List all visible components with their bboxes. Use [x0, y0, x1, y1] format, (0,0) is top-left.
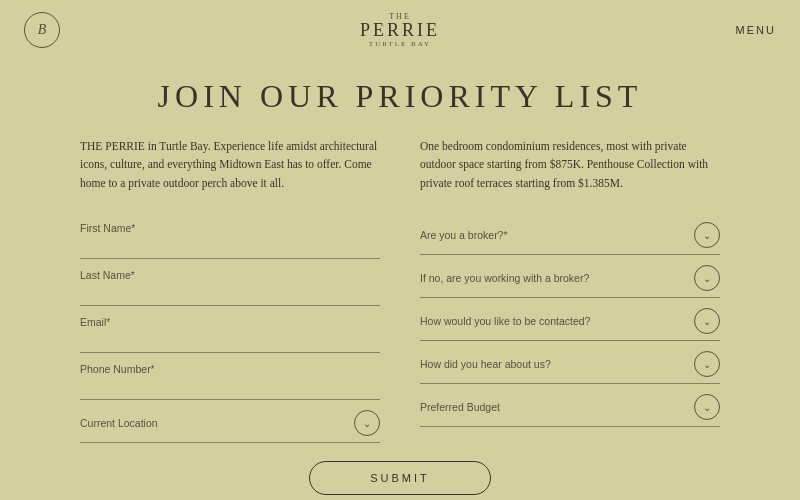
working-with-broker-dropdown[interactable]: If no, are you working with a broker? ⌄: [420, 255, 720, 298]
email-input[interactable]: [80, 332, 380, 344]
broker-label: Are you a broker?*: [420, 229, 508, 241]
header: B THE PERRIE TURTLE BAY MENU: [0, 0, 800, 60]
header-brand: THE PERRIE TURTLE BAY: [360, 12, 440, 49]
preferred-budget-arrow-icon: ⌄: [694, 394, 720, 420]
phone-input[interactable]: [80, 379, 380, 391]
description-right: One bedroom condominium residences, most…: [420, 137, 720, 192]
preferred-budget-dropdown[interactable]: Preferred Budget ⌄: [420, 384, 720, 427]
logo-letter: B: [38, 22, 47, 38]
main-content: JOIN OUR PRIORITY LIST THE PERRIE in Tur…: [0, 78, 800, 495]
submit-section: SUBMIT: [80, 461, 720, 495]
current-location-dropdown[interactable]: Current Location ⌄: [80, 400, 380, 443]
hear-about-us-label: How did you hear about us?: [420, 358, 551, 370]
hear-about-us-arrow-icon: ⌄: [694, 351, 720, 377]
current-location-label: Current Location: [80, 417, 158, 429]
working-with-broker-label: If no, are you working with a broker?: [420, 272, 589, 284]
first-name-input[interactable]: [80, 238, 380, 250]
description-left: THE PERRIE in Turtle Bay. Experience lif…: [80, 137, 380, 192]
broker-dropdown[interactable]: Are you a broker?* ⌄: [420, 212, 720, 255]
contact-method-dropdown[interactable]: How would you like to be contacted? ⌄: [420, 298, 720, 341]
submit-button[interactable]: SUBMIT: [309, 461, 491, 495]
description-section: THE PERRIE in Turtle Bay. Experience lif…: [80, 137, 720, 192]
email-field: Email*: [80, 306, 380, 353]
form: First Name* Last Name* Email* Phone Numb…: [80, 212, 720, 443]
header-perrie-label: PERRIE: [360, 21, 440, 41]
logo-icon: B: [24, 12, 60, 48]
preferred-budget-label: Preferred Budget: [420, 401, 500, 413]
phone-label: Phone Number*: [80, 363, 380, 375]
phone-field: Phone Number*: [80, 353, 380, 400]
contact-method-label: How would you like to be contacted?: [420, 315, 590, 327]
first-name-label: First Name*: [80, 222, 380, 234]
header-turtle-bay-label: TURTLE BAY: [360, 40, 440, 48]
contact-method-arrow-icon: ⌄: [694, 308, 720, 334]
working-with-broker-arrow-icon: ⌄: [694, 265, 720, 291]
email-label: Email*: [80, 316, 380, 328]
form-right-column: Are you a broker?* ⌄ If no, are you work…: [420, 212, 720, 443]
menu-button[interactable]: MENU: [736, 24, 776, 36]
page-title: JOIN OUR PRIORITY LIST: [80, 78, 720, 115]
last-name-label: Last Name*: [80, 269, 380, 281]
last-name-input[interactable]: [80, 285, 380, 297]
current-location-arrow-icon: ⌄: [354, 410, 380, 436]
hear-about-us-dropdown[interactable]: How did you hear about us? ⌄: [420, 341, 720, 384]
form-left-column: First Name* Last Name* Email* Phone Numb…: [80, 212, 380, 443]
last-name-field: Last Name*: [80, 259, 380, 306]
first-name-field: First Name*: [80, 212, 380, 259]
broker-arrow-icon: ⌄: [694, 222, 720, 248]
